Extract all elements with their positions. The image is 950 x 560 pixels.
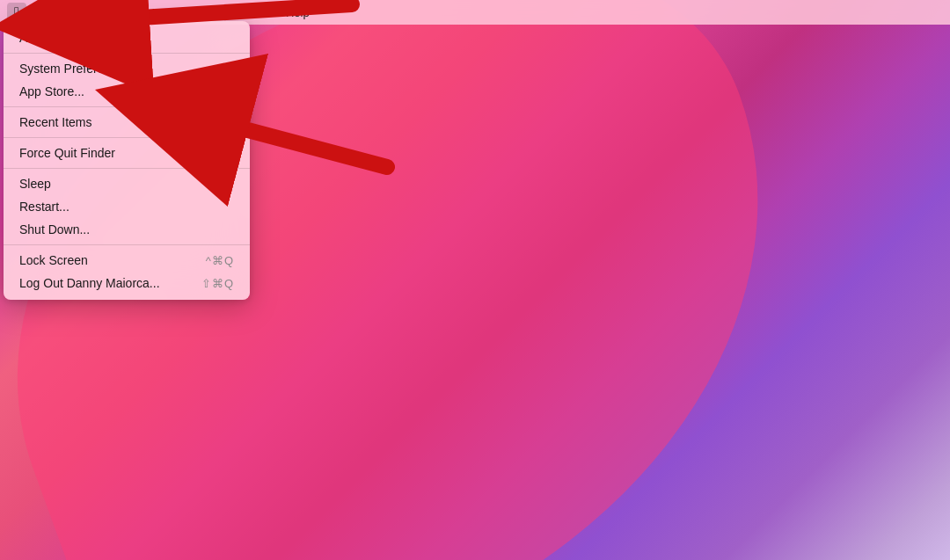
menu-item-shutdown-label: Shut Down... <box>19 222 90 236</box>
menubar-item-view[interactable]: View <box>145 4 184 21</box>
menu-item-about-label: About This Mac <box>19 31 105 45</box>
menubar-item-go[interactable]: Go <box>187 4 216 21</box>
menubar-item-file[interactable]: File <box>72 4 105 21</box>
separator-5 <box>4 244 250 245</box>
chevron-right-icon: › <box>230 116 234 128</box>
separator-3 <box>4 137 250 138</box>
menubar-item-edit[interactable]: Edit <box>108 4 142 21</box>
menu-item-logout-shortcut: ⇧⌘Q <box>201 277 234 290</box>
apple-menu-button[interactable]:  <box>7 3 26 22</box>
menu-item-restart-label: Restart... <box>19 200 69 214</box>
menu-item-recent-items-label: Recent Items <box>19 115 91 129</box>
separator-2 <box>4 106 250 107</box>
menu-item-recent-items[interactable]: Recent Items › <box>4 111 250 134</box>
separator-1 <box>4 53 250 54</box>
menubar-item-window[interactable]: Window <box>221 4 275 21</box>
menu-item-lock-screen-label: Lock Screen <box>19 253 88 267</box>
menubar-item-finder[interactable]: nder <box>30 4 69 21</box>
menu-item-lock-screen[interactable]: Lock Screen ^⌘Q <box>4 249 250 272</box>
menu-item-shutdown[interactable]: Shut Down... <box>4 218 250 241</box>
menu-item-sleep-label: Sleep <box>19 177 51 191</box>
menu-item-app-store-label: App Store... <box>19 84 84 98</box>
separator-4 <box>4 168 250 169</box>
menu-item-force-quit[interactable]: Force Quit Finder ⌥⇧⌘↺ <box>4 142 250 164</box>
menu-item-app-store[interactable]: App Store... <box>4 80 250 103</box>
apple-dropdown-menu: About This Mac System Preferences... App… <box>4 21 250 300</box>
menu-item-force-quit-shortcut: ⌥⇧⌘↺ <box>186 147 234 160</box>
menu-item-system-preferences-label: System Preferences... <box>19 62 141 76</box>
menubar-item-help[interactable]: Help <box>279 4 317 21</box>
menu-item-logout[interactable]: Log Out Danny Maiorca... ⇧⌘Q <box>4 272 250 295</box>
menu-item-logout-label: Log Out Danny Maiorca... <box>19 276 160 290</box>
menu-item-about[interactable]: About This Mac <box>4 26 250 49</box>
menu-item-system-preferences[interactable]: System Preferences... <box>4 57 250 80</box>
menu-item-lock-screen-shortcut: ^⌘Q <box>206 254 234 267</box>
menu-item-sleep[interactable]: Sleep <box>4 172 250 195</box>
menu-item-force-quit-label: Force Quit Finder <box>19 146 115 160</box>
menu-item-restart[interactable]: Restart... <box>4 195 250 218</box>
